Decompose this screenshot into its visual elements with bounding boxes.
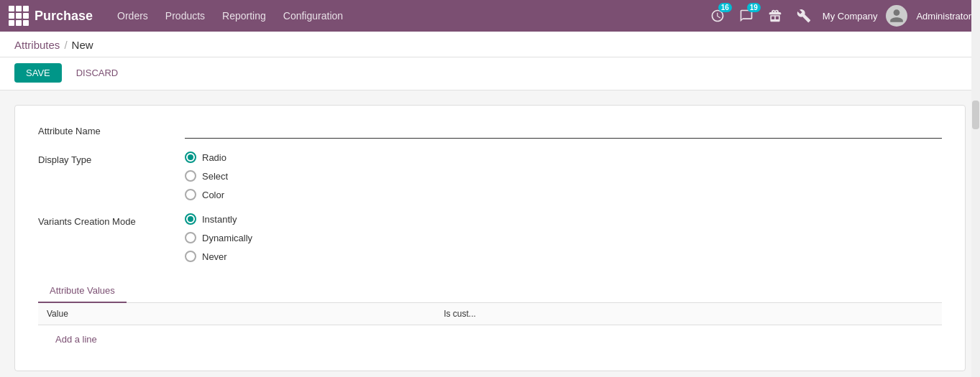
save-button[interactable]: SAVE	[14, 63, 62, 83]
col-value: Value	[38, 303, 435, 325]
radio-never-label: Never	[202, 251, 227, 262]
scrollbar-thumb[interactable]	[972, 101, 979, 129]
display-type-row: Display Type Radio Select Color	[38, 152, 942, 200]
radio-color-label: Color	[202, 190, 224, 200]
variants-mode-row: Variants Creation Mode Instantly Dynamic…	[38, 213, 942, 262]
variants-never-option[interactable]: Never	[185, 251, 942, 262]
add-line-link[interactable]: Add a line	[47, 331, 106, 348]
table-row-add: Add a line	[38, 325, 942, 354]
app-name: Purchase	[35, 9, 93, 24]
main-content: Attribute Name Display Type Radio Select	[0, 90, 980, 377]
breadcrumb: Attributes / New	[14, 39, 966, 57]
attribute-values-table: Value Is cust... Add a line	[38, 303, 942, 353]
display-type-label: Display Type	[38, 152, 168, 165]
activity-badge: 16	[718, 3, 732, 12]
header-right: 16 19 My Company Administrator	[707, 5, 971, 27]
radio-dynamically-indicator	[185, 232, 196, 243]
scrollbar-track[interactable]	[971, 0, 980, 377]
menu-reporting[interactable]: Reporting	[215, 7, 273, 24]
radio-color-indicator	[185, 189, 196, 200]
radio-select-indicator	[185, 170, 196, 182]
tab-list: Attribute Values	[38, 279, 942, 303]
tabs-area: Attribute Values Value Is cust... Add a …	[38, 279, 942, 353]
messages-badge: 19	[747, 3, 761, 12]
action-bar: SAVE DISCARD	[0, 57, 980, 90]
variants-instantly-option[interactable]: Instantly	[185, 213, 942, 225]
display-type-radio-option[interactable]: Radio	[185, 152, 942, 163]
radio-dynamically-label: Dynamically	[202, 233, 252, 243]
attribute-name-row: Attribute Name	[38, 123, 942, 139]
form-card: Attribute Name Display Type Radio Select	[14, 105, 966, 371]
display-type-options: Radio Select Color	[185, 152, 942, 200]
variants-dynamically-option[interactable]: Dynamically	[185, 232, 942, 243]
col-is-cust: Is cust...	[435, 303, 942, 325]
breadcrumb-separator: /	[64, 39, 67, 51]
attribute-name-field	[185, 123, 942, 139]
main-menu: Orders Products Reporting Configuration	[110, 7, 702, 24]
attribute-name-input[interactable]	[185, 123, 942, 139]
debug-icon[interactable]	[794, 6, 814, 26]
display-type-color-option[interactable]: Color	[185, 189, 942, 200]
radio-instantly-indicator	[185, 213, 196, 225]
attribute-name-label: Attribute Name	[38, 123, 168, 136]
gift-icon[interactable]	[765, 6, 785, 26]
activity-icon[interactable]: 16	[707, 6, 728, 26]
menu-products[interactable]: Products	[158, 7, 212, 24]
radio-radio-indicator	[185, 152, 196, 163]
menu-configuration[interactable]: Configuration	[276, 7, 350, 24]
breadcrumb-current: New	[72, 39, 93, 51]
radio-radio-label: Radio	[202, 152, 226, 163]
tab-attribute-values[interactable]: Attribute Values	[38, 279, 127, 303]
menu-orders[interactable]: Orders	[110, 7, 155, 24]
company-name[interactable]: My Company	[823, 11, 878, 22]
user-avatar[interactable]	[886, 5, 907, 27]
radio-select-label: Select	[202, 171, 228, 182]
discard-button[interactable]: DISCARD	[68, 63, 127, 83]
breadcrumb-area: Attributes / New	[0, 32, 980, 57]
breadcrumb-parent[interactable]: Attributes	[14, 39, 60, 51]
app-grid-icon[interactable]	[9, 6, 29, 26]
radio-instantly-label: Instantly	[202, 214, 237, 225]
username[interactable]: Administrator	[916, 11, 971, 22]
top-navigation: Purchase Orders Products Reporting Confi…	[0, 0, 980, 32]
variants-mode-options: Instantly Dynamically Never	[185, 213, 942, 262]
radio-never-indicator	[185, 251, 196, 262]
display-type-select-option[interactable]: Select	[185, 170, 942, 182]
messages-icon[interactable]: 19	[736, 6, 756, 26]
variants-mode-label: Variants Creation Mode	[38, 213, 168, 227]
